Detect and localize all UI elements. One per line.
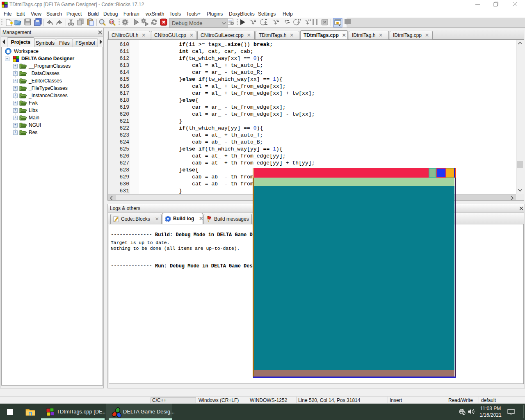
svg-text:R: R [110, 20, 113, 24]
